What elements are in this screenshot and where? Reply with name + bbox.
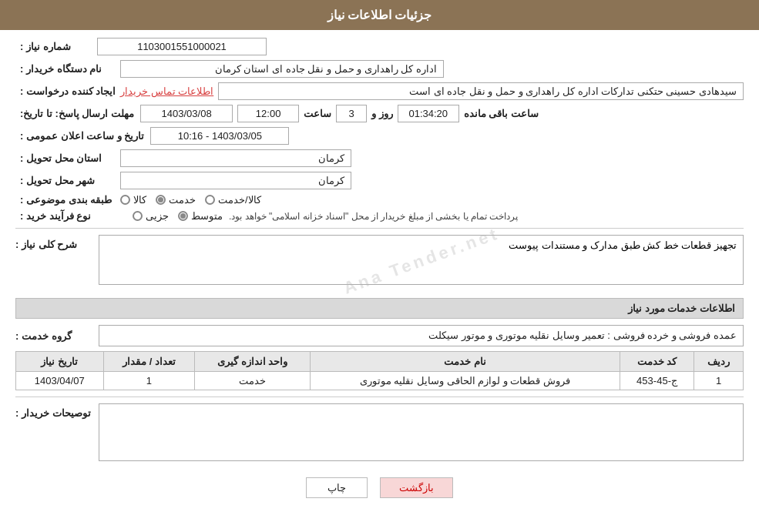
shmare-niaz-row: 1103001551000021 شماره نیاز :: [15, 38, 744, 55]
divider-2: [15, 396, 744, 397]
services-table: ردیف کد خدمت نام خدمت واحد اندازه گیری ت…: [15, 351, 744, 390]
divider-1: [15, 228, 744, 229]
radio-jozii-label: جزیی: [146, 210, 169, 222]
sherh-label: شرح کلی نیاز :: [15, 235, 92, 250]
nam-dastgah-value: اداره کل راهداری و حمل و نقل جاده ای است…: [120, 60, 444, 78]
radio-motovaset-circle[interactable]: [178, 211, 188, 221]
shahr-tahvil-label: شهر محل تحویل :: [20, 175, 120, 186]
radio-khedmat-circle[interactable]: [156, 195, 166, 205]
noe-radio-group: متوسط جزیی: [133, 210, 223, 222]
ostan-tahvil-value: کرمان: [120, 149, 351, 167]
tabaqe-radio-group: کالا/خدمت خدمت کالا: [120, 194, 261, 206]
tosihaat-textarea[interactable]: [99, 403, 744, 461]
tarikh-elan-value: 1403/03/05 - 10:16: [150, 127, 289, 145]
radio-khedmat: خدمت: [156, 194, 196, 206]
bottom-buttons: بازگشت چاپ: [15, 477, 744, 498]
sherh-content-area: Ana Tender.net تجهیز قطعات خط کش طبق مدا…: [99, 235, 744, 287]
date-value: 1403/03/08: [140, 105, 233, 122]
section-khadamat-title: اطلاعات خدمات مورد نیاز: [15, 298, 744, 319]
page-wrapper: جزئیات اطلاعات نیاز 1103001551000021 شما…: [0, 0, 759, 532]
table-cell-vahed: خدمت: [195, 372, 311, 390]
table-header: ردیف کد خدمت نام خدمت واحد اندازه گیری ت…: [16, 352, 744, 372]
radio-kala-circle[interactable]: [120, 195, 130, 205]
tosihaat-section: توصیحات خریدار :: [15, 403, 744, 463]
shmare-niaz-label: شماره نیاز :: [20, 41, 89, 52]
sherh-textarea[interactable]: [99, 235, 744, 285]
table-cell-tedad: 1: [103, 372, 195, 390]
radio-kala-khedmat: کالا/خدمت: [205, 194, 261, 206]
table-header-row: ردیف کد خدمت نام خدمت واحد اندازه گیری ت…: [16, 352, 744, 372]
page-header: جزئیات اطلاعات نیاز: [0, 0, 759, 30]
ijad-konande-row: سیدهادی حسینی حتکنی تدارکات اداره کل راه…: [15, 82, 744, 100]
btn-bazgasht[interactable]: بازگشت: [380, 477, 453, 498]
baqi-label: ساعت باقی مانده: [464, 108, 539, 119]
ostan-tahvil-label: استان محل تحویل :: [20, 152, 120, 164]
table-cell-kod_khedmat: ج-45-453: [620, 372, 694, 390]
shahr-tahvil-row: کرمان شهر محل تحویل :: [15, 172, 744, 189]
radio-khedmat-label: خدمت: [169, 194, 196, 206]
col-vahed: واحد اندازه گیری: [195, 352, 311, 372]
group-khadamat-value: عمده فروشی و خرده فروشی : تعمیر وسایل نق…: [99, 325, 744, 346]
tosihaat-content-area: [99, 403, 744, 463]
ijad-konande-label: ایجاد کننده درخواست :: [20, 85, 120, 97]
tarikh-elan-row: 1403/03/05 - 10:16 تاریخ و ساعت اعلان عم…: [15, 127, 744, 145]
radio-kala: کالا: [120, 194, 146, 206]
radio-jozii: جزیی: [133, 210, 169, 222]
col-kod: کد خدمت: [620, 352, 694, 372]
group-khadamat-row: عمده فروشی و خرده فروشی : تعمیر وسایل نق…: [15, 325, 744, 346]
tosihaat-label: توصیحات خریدار :: [15, 403, 92, 419]
ostan-tahvil-row: کرمان استان محل تحویل :: [15, 149, 744, 167]
radio-kala-khedmat-label: کالا/خدمت: [218, 194, 261, 206]
group-khadamat-label: گروه خدمت :: [15, 330, 92, 342]
baqi-value: 01:34:20: [398, 105, 459, 122]
nam-dastgah-label: نام دستگاه خریدار :: [20, 63, 120, 75]
sherh-watermark-area: Ana Tender.net: [99, 235, 744, 287]
col-radif: ردیف: [694, 352, 744, 372]
tabaqe-label: طبقه بندی موضوعی :: [20, 194, 120, 206]
mohlet-label: مهلت ارسال پاسخ: تا تاریخ:: [20, 108, 134, 119]
noe-farayand-label: نوع فرآیند خرید :: [20, 210, 120, 222]
shahr-tahvil-value: کرمان: [120, 172, 351, 189]
table-cell-nam_khedmat: فروش قطعات و لوازم الحاقی وسایل نقلیه مو…: [311, 372, 620, 390]
page-title: جزئیات اطلاعات نیاز: [327, 8, 432, 22]
table-row: 1ج-45-453فروش قطعات و لوازم الحاقی وسایل…: [16, 372, 744, 390]
sherh-section: Ana Tender.net تجهیز قطعات خط کش طبق مدا…: [15, 235, 744, 287]
col-tedad: تعداد / مقدار: [103, 352, 195, 372]
radio-jozii-circle[interactable]: [133, 211, 143, 221]
radio-motovaset-label: متوسط: [191, 210, 223, 222]
roz-value: 3: [336, 105, 367, 122]
radio-kala-khedmat-circle[interactable]: [205, 195, 215, 205]
btn-chap[interactable]: چاپ: [306, 477, 368, 498]
saat-value: 12:00: [237, 105, 299, 122]
main-content: 1103001551000021 شماره نیاز : اداره کل ر…: [0, 30, 759, 521]
tabaqe-row: کالا/خدمت خدمت کالا طبقه بندی موضوعی :: [15, 194, 744, 206]
shmare-niaz-value: 1103001551000021: [97, 38, 267, 55]
radio-kala-label: کالا: [133, 194, 146, 206]
ijad-konande-value: سیدهادی حسینی حتکنی تدارکات اداره کل راه…: [218, 82, 744, 100]
col-tarikh: تاریخ نیاز: [16, 352, 104, 372]
contact-link[interactable]: اطلاعات تماس خریدار: [120, 85, 213, 97]
saat-label: ساعت: [304, 108, 331, 119]
radio-motovaset: متوسط: [178, 210, 223, 222]
noe-farayand-row: پرداخت تمام یا بخشی از مبلغ خریدار از مح…: [15, 210, 744, 222]
tarikh-elan-label: تاریخ و ساعت اعلان عمومی :: [20, 130, 144, 142]
table-cell-tarikh: 1403/04/07: [16, 372, 104, 390]
mohlet-row: ساعت باقی مانده 01:34:20 روز و 3 ساعت 12…: [15, 105, 744, 122]
table-body: 1ج-45-453فروش قطعات و لوازم الحاقی وسایل…: [16, 372, 744, 390]
nam-dastgah-row: اداره کل راهداری و حمل و نقل جاده ای است…: [15, 60, 744, 78]
roz-label: روز و: [371, 108, 393, 119]
table-cell-radif: 1: [694, 372, 744, 390]
noe-note: پرداخت تمام یا بخشی از مبلغ خریدار از مح…: [229, 211, 518, 222]
col-nam: نام خدمت: [311, 352, 620, 372]
